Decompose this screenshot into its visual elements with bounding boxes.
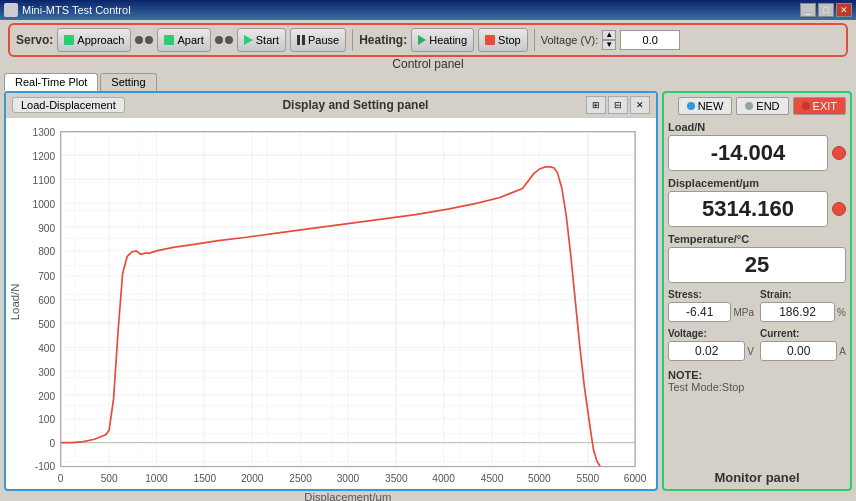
voltage-input[interactable] — [620, 30, 680, 50]
end-button[interactable]: END — [736, 97, 788, 115]
stop-label: Stop — [498, 34, 521, 46]
svg-text:4500: 4500 — [481, 473, 504, 484]
heating-label: Heating — [429, 34, 467, 46]
heating-button[interactable]: Heating — [411, 28, 474, 52]
app-title: Mini-MTS Test Control — [22, 4, 131, 16]
svg-text:1000: 1000 — [145, 473, 168, 484]
displacement-value-row: 5314.160 — [668, 191, 846, 227]
load-indicator — [832, 146, 846, 160]
chart-icon-2[interactable]: ⊟ — [608, 96, 628, 114]
svg-text:3500: 3500 — [385, 473, 408, 484]
svg-text:800: 800 — [38, 246, 55, 257]
svg-text:Load/N: Load/N — [10, 284, 21, 321]
svg-text:3000: 3000 — [337, 473, 360, 484]
new-label: NEW — [698, 100, 724, 112]
start-label: Start — [256, 34, 279, 46]
monitor-voltage-unit: V — [747, 346, 754, 357]
chart-area: 1300 1200 1100 1000 900 800 700 600 500 … — [6, 118, 656, 501]
end-label: END — [756, 100, 779, 112]
svg-text:1200: 1200 — [33, 151, 56, 162]
start-icon — [244, 35, 253, 45]
svg-text:300: 300 — [38, 367, 55, 378]
display-panel: Load-Displacement Display and Setting pa… — [4, 91, 658, 491]
current-unit: A — [839, 346, 846, 357]
main-area: Load-Displacement Display and Setting pa… — [4, 91, 852, 491]
tabs-row: Real-Time Plot Setting — [4, 73, 852, 91]
heating-section-label: Heating: — [359, 33, 407, 47]
apart-button[interactable]: Apart — [157, 28, 210, 52]
new-icon — [687, 102, 695, 110]
maximize-btn[interactable]: □ — [818, 3, 834, 17]
stop-button[interactable]: Stop — [478, 28, 528, 52]
control-panel-label: Control panel — [392, 57, 463, 71]
load-label: Load/N — [668, 121, 846, 133]
svg-text:1300: 1300 — [33, 127, 56, 138]
minimize-btn[interactable]: _ — [800, 3, 816, 17]
pause-icon — [297, 35, 305, 45]
voltage-up-btn[interactable]: ▲ — [602, 30, 616, 40]
chart-icon-1[interactable]: ⊞ — [586, 96, 606, 114]
svg-text:0: 0 — [49, 438, 55, 449]
pause-label: Pause — [308, 34, 339, 46]
strain-value: 186.92 — [760, 302, 835, 322]
approach-button[interactable]: Approach — [57, 28, 131, 52]
svg-text:2000: 2000 — [241, 473, 264, 484]
voltage-down-btn[interactable]: ▼ — [602, 40, 616, 50]
monitor-voltage-value: 0.02 — [668, 341, 745, 361]
stress-field: Stress: -6.41 MPa — [668, 289, 754, 322]
voltage-current-row: Voltage: 0.02 V Current: 0.00 A — [668, 328, 846, 361]
display-panel-title: Display and Setting panel — [125, 98, 586, 112]
load-value: -14.004 — [668, 135, 828, 171]
stop-icon — [485, 35, 495, 45]
svg-text:600: 600 — [38, 295, 55, 306]
exit-label: EXIT — [813, 100, 837, 112]
svg-text:500: 500 — [101, 473, 118, 484]
svg-text:700: 700 — [38, 271, 55, 282]
note-text: Test Mode:Stop — [668, 381, 846, 393]
load-field: Load/N -14.004 — [668, 121, 846, 171]
svg-text:1500: 1500 — [194, 473, 217, 484]
svg-text:-100: -100 — [35, 461, 56, 472]
stress-unit: MPa — [733, 307, 754, 318]
strain-field: Strain: 186.92 % — [760, 289, 846, 322]
stress-strain-row: Stress: -6.41 MPa Strain: 186.92 % — [668, 289, 846, 322]
monitor-voltage-label: Voltage: — [668, 328, 754, 339]
separator — [352, 29, 353, 51]
load-displacement-chart: 1300 1200 1100 1000 900 800 700 600 500 … — [10, 126, 652, 501]
svg-text:Displacement/μm: Displacement/μm — [304, 491, 391, 501]
chart-tab[interactable]: Load-Displacement — [12, 97, 125, 113]
svg-text:1100: 1100 — [33, 175, 56, 186]
displacement-indicator — [832, 202, 846, 216]
approach-icon — [64, 35, 74, 45]
note-section: NOTE: Test Mode:Stop — [668, 369, 846, 393]
svg-text:5000: 5000 — [528, 473, 551, 484]
monitor-voltage-field: Voltage: 0.02 V — [668, 328, 754, 361]
svg-text:2500: 2500 — [289, 473, 312, 484]
tab-setting[interactable]: Setting — [100, 73, 156, 91]
stress-value: -6.41 — [668, 302, 731, 322]
current-value: 0.00 — [760, 341, 837, 361]
start-button[interactable]: Start — [237, 28, 286, 52]
note-label: NOTE: — [668, 369, 846, 381]
apart-label: Apart — [177, 34, 203, 46]
tab-realtime-plot[interactable]: Real-Time Plot — [4, 73, 98, 91]
close-btn[interactable]: ✕ — [836, 3, 852, 17]
new-button[interactable]: NEW — [678, 97, 733, 115]
voltage-section-label: Voltage (V): — [541, 34, 598, 46]
window-controls[interactable]: _ □ ✕ — [800, 3, 852, 17]
exit-button[interactable]: EXIT — [793, 97, 846, 115]
display-header: Load-Displacement Display and Setting pa… — [6, 93, 656, 118]
monitor-panel: NEW END EXIT Load/N -14.004 Displacement… — [662, 91, 852, 491]
title-bar: Mini-MTS Test Control _ □ ✕ — [0, 0, 856, 20]
svg-text:1000: 1000 — [33, 199, 56, 210]
svg-text:400: 400 — [38, 343, 55, 354]
servo-label: Servo: — [16, 33, 53, 47]
app-icon — [4, 3, 18, 17]
pause-button[interactable]: Pause — [290, 28, 346, 52]
approach-label: Approach — [77, 34, 124, 46]
current-label: Current: — [760, 328, 846, 339]
stress-label: Stress: — [668, 289, 754, 300]
svg-text:500: 500 — [38, 319, 55, 330]
load-value-row: -14.004 — [668, 135, 846, 171]
chart-icon-3[interactable]: ✕ — [630, 96, 650, 114]
